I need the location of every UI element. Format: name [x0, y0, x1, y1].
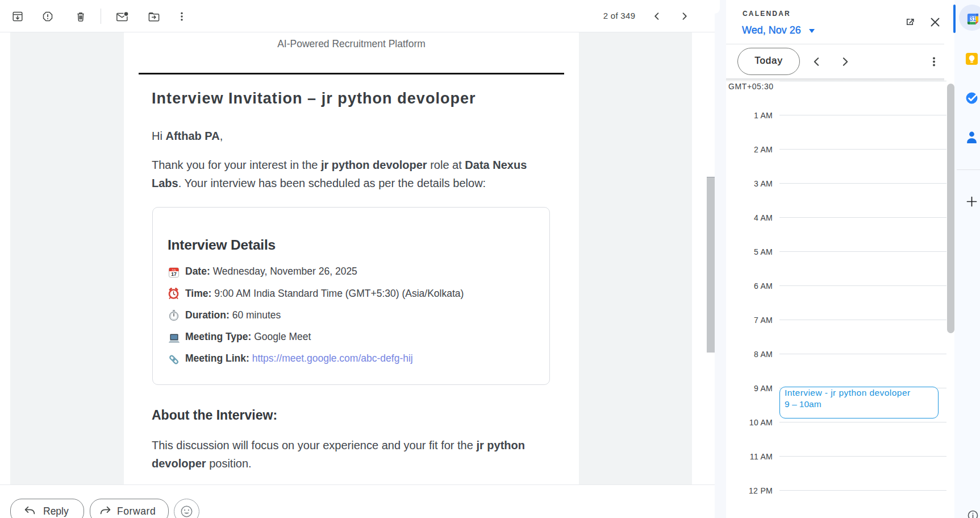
svg-text:17: 17 — [171, 271, 177, 277]
svg-text:July: July — [172, 268, 176, 271]
svg-text:31: 31 — [970, 16, 977, 22]
